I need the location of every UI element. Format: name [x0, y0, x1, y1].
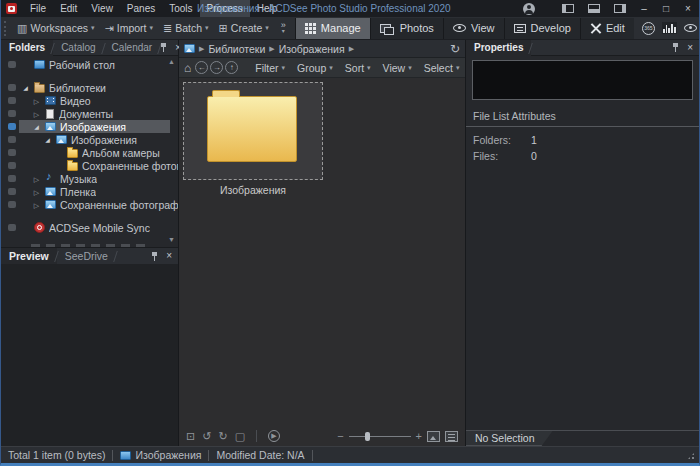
pin-icon[interactable]: [672, 43, 680, 52]
quick-select-tag[interactable]: [8, 201, 16, 208]
quick-select-tag[interactable]: [8, 61, 16, 68]
tree-scroll-down-icon[interactable]: ▼: [168, 236, 175, 243]
forward-icon[interactable]: →: [210, 61, 223, 74]
external-transfer-icon[interactable]: ⊡: [186, 431, 195, 442]
left-panel-tab[interactable]: Folders: [1, 40, 53, 56]
toggle-right-pane-icon[interactable]: [614, 4, 626, 13]
quick-select-tag[interactable]: [8, 136, 16, 143]
browser-menu[interactable]: Group ▾: [292, 62, 338, 74]
resize-grip[interactable]: [686, 451, 696, 461]
mode-button[interactable]: Manage: [295, 18, 370, 39]
maximize-button[interactable]: □: [659, 0, 673, 17]
pin-icon[interactable]: [151, 252, 159, 261]
tab-no-selection[interactable]: No Selection: [466, 431, 553, 446]
folder-tile[interactable]: [183, 82, 323, 180]
tree-item[interactable]: Видео: [1, 94, 178, 107]
toolbar-button[interactable]: Workspaces ▾: [12, 19, 100, 38]
tree-item[interactable]: Сохраненные фотографии: [1, 198, 178, 211]
expand-arrow-icon[interactable]: [43, 132, 52, 147]
close-icon[interactable]: ×: [687, 43, 693, 53]
slideshow-icon[interactable]: ▶: [268, 430, 280, 442]
preview-panel-tab[interactable]: Preview: [1, 248, 57, 264]
browser-menu[interactable]: Select ▾: [419, 62, 465, 74]
account-icon[interactable]: [523, 3, 535, 15]
dashboard-icon[interactable]: [662, 22, 677, 34]
zoom-in-icon[interactable]: +: [416, 431, 422, 442]
toggle-bottom-pane-icon[interactable]: [588, 4, 600, 13]
mode-button[interactable]: Develop: [504, 18, 580, 39]
tree-item[interactable]: Рабочий стол: [1, 58, 178, 71]
mode-button[interactable]: View: [443, 18, 504, 39]
acdsee-app-icon[interactable]: [6, 3, 17, 14]
up-icon[interactable]: ↑: [225, 61, 238, 74]
rotate-left-icon[interactable]: ↺: [202, 431, 211, 442]
toolbar-button[interactable]: Batch ▾: [158, 19, 214, 38]
zoom-slider[interactable]: [349, 436, 411, 437]
quick-select-tag[interactable]: [8, 162, 16, 169]
menubar-item[interactable]: Edit: [53, 0, 84, 17]
back-icon[interactable]: ←: [195, 61, 208, 74]
close-icon[interactable]: ×: [166, 251, 172, 261]
zoom-slider-thumb[interactable]: [365, 432, 370, 441]
expand-arrow-icon[interactable]: [32, 198, 41, 212]
left-panel-tab[interactable]: Calendar: [104, 40, 161, 56]
acdsee-365-icon[interactable]: 365: [642, 22, 655, 35]
close-button[interactable]: ×: [681, 0, 695, 17]
toolbar-overflow-button[interactable]: » ▾: [281, 22, 286, 34]
tree-scroll-up-icon[interactable]: ▲: [168, 58, 175, 65]
minimize-button[interactable]: –: [637, 0, 651, 17]
quick-select-tag[interactable]: [8, 175, 16, 182]
expand-arrow-icon[interactable]: [32, 119, 41, 134]
tree-item[interactable]: Сохраненные фотографии: [1, 159, 178, 172]
toolbar-grip[interactable]: [4, 21, 7, 36]
browser-menu[interactable]: Sort ▾: [340, 62, 376, 74]
toggle-left-pane-icon[interactable]: [562, 4, 574, 13]
tree-item[interactable]: Альбом камеры: [1, 146, 178, 159]
breadcrumb-item[interactable]: ▶ Библиотеки: [199, 43, 265, 55]
menubar-item[interactable]: Panes: [120, 0, 162, 17]
expand-arrow-icon[interactable]: [32, 185, 41, 199]
preview-panel-tab[interactable]: SeeDrive: [57, 248, 116, 264]
toolbar-button[interactable]: Import ▾: [100, 19, 159, 38]
left-panel-tab[interactable]: Catalog: [53, 40, 103, 56]
tree-item[interactable]: Документы: [1, 107, 178, 120]
menubar-item[interactable]: File: [23, 0, 53, 17]
stack-icon[interactable]: ▢: [235, 431, 245, 442]
menubar-item[interactable]: View: [84, 0, 120, 17]
browser-menu[interactable]: Filter ▾: [250, 62, 290, 74]
sync-eye-icon[interactable]: [684, 24, 697, 32]
menubar-item[interactable]: Tools: [162, 0, 199, 17]
details-view-icon[interactable]: [445, 431, 458, 442]
quick-select-tag[interactable]: [8, 188, 16, 195]
rotate-right-icon[interactable]: ↻: [218, 431, 227, 442]
quick-select-tag[interactable]: [8, 110, 16, 117]
quick-select-tag[interactable]: [8, 123, 16, 130]
mode-button[interactable]: Edit: [580, 18, 634, 39]
breadcrumb-item[interactable]: ▶ Изображения: [269, 43, 344, 55]
quick-select-tag[interactable]: [8, 84, 16, 91]
tree-item[interactable]: Изображения: [1, 133, 178, 146]
quick-select-tag[interactable]: [8, 224, 16, 231]
tree-item-icon: [34, 60, 45, 69]
expand-arrow-icon[interactable]: [32, 172, 41, 186]
tree-item[interactable]: Музыка: [1, 172, 178, 185]
browser-menu[interactable]: View ▾: [378, 62, 417, 74]
tree-item[interactable]: Пленка: [1, 185, 178, 198]
thumbnail-view-icon[interactable]: [427, 431, 440, 442]
quick-select-tag[interactable]: [8, 97, 16, 104]
quick-select-tag[interactable]: [8, 149, 16, 156]
expand-arrow-icon[interactable]: [32, 94, 41, 108]
file-list[interactable]: Изображения: [179, 78, 465, 426]
pin-icon[interactable]: [160, 43, 168, 52]
tree-item[interactable]: Библиотеки: [1, 81, 178, 94]
tree-item[interactable]: ACDSee Mobile Sync: [1, 221, 178, 234]
toolbar-button[interactable]: Create ▾: [214, 19, 274, 38]
tree-item[interactable]: Изображения: [1, 120, 178, 133]
mode-button[interactable]: Photos: [370, 18, 443, 39]
expand-arrow-icon[interactable]: [21, 80, 30, 95]
breadcrumb-separator-icon: ▶: [349, 45, 354, 53]
home-icon[interactable]: ⌂: [184, 62, 191, 74]
refresh-icon[interactable]: ↻: [450, 43, 460, 55]
zoom-out-icon[interactable]: −: [337, 431, 343, 442]
tab-properties[interactable]: Properties: [466, 40, 531, 56]
